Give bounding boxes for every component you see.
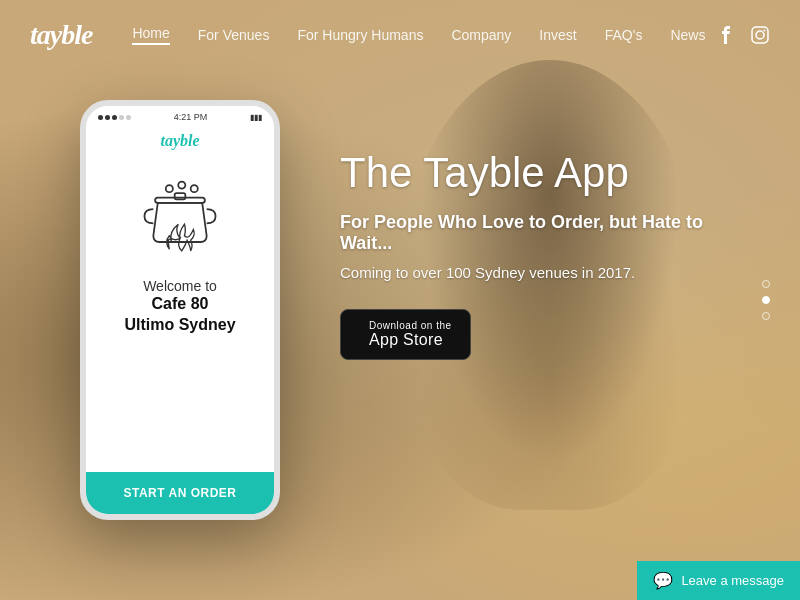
nav-invest[interactable]: Invest [539,27,576,43]
signal-dot [126,115,131,120]
phone-status-bar: 4:21 PM ▮▮▮ [86,106,274,126]
message-icon: 💬 [653,571,673,590]
slide-dot-1[interactable] [762,280,770,288]
signal-dot [105,115,110,120]
app-store-text: Download on the App Store [369,320,452,349]
svg-point-2 [764,30,766,32]
hero-content: 4:21 PM ▮▮▮ tayble [0,70,800,600]
svg-point-3 [166,185,173,192]
hero-text-section: The Tayble App For People Who Love to Or… [340,90,750,360]
phone-header: tayble [86,126,274,156]
social-links [716,25,770,45]
phone-mockup: 4:21 PM ▮▮▮ tayble [80,100,280,520]
hero-subtitle: For People Who Love to Order, but Hate t… [340,212,750,254]
facebook-icon[interactable] [716,25,736,45]
cooking-pot-icon [135,178,225,258]
signal-dot [112,115,117,120]
slide-dots [762,280,770,320]
phone-time: 4:21 PM [174,112,208,122]
hero-description: Coming to over 100 Sydney venues in 2017… [340,264,750,281]
navbar: tayble Home For Venues For Hungry Humans… [0,0,800,70]
nav-news[interactable]: News [670,27,705,43]
site-logo[interactable]: tayble [30,19,92,51]
svg-point-4 [178,182,185,189]
phone-welcome-label: Welcome to [124,278,235,294]
signal-dots [98,115,131,120]
nav-for-venues[interactable]: For Venues [198,27,270,43]
app-store-name: App Store [369,331,452,349]
signal-dot [98,115,103,120]
nav-home[interactable]: Home [132,25,169,45]
phone-body: Welcome to Cafe 80Ultimo Sydney [86,156,274,472]
slide-dot-2[interactable] [762,296,770,304]
nav-links: Home For Venues For Hungry Humans Compan… [132,25,716,45]
signal-dot [119,115,124,120]
phone-welcome-section: Welcome to Cafe 80Ultimo Sydney [124,278,235,336]
app-store-download-label: Download on the [369,320,452,331]
leave-message-label: Leave a message [681,573,784,588]
leave-message-button[interactable]: 💬 Leave a message [637,561,800,600]
nav-company[interactable]: Company [451,27,511,43]
svg-point-5 [191,185,198,192]
svg-rect-0 [752,27,768,43]
battery-icon: ▮▮▮ [250,113,262,122]
instagram-icon[interactable] [750,25,770,45]
hero-title: The Tayble App [340,150,750,196]
phone-venue-name: Cafe 80Ultimo Sydney [124,294,235,336]
phone-logo: tayble [98,132,262,150]
svg-point-1 [756,31,764,39]
nav-for-hungry-humans[interactable]: For Hungry Humans [297,27,423,43]
app-store-button[interactable]: Download on the App Store [340,309,471,360]
nav-faqs[interactable]: FAQ's [605,27,643,43]
slide-dot-3[interactable] [762,312,770,320]
phone-cta-button[interactable]: START AN ORDER [86,472,274,514]
